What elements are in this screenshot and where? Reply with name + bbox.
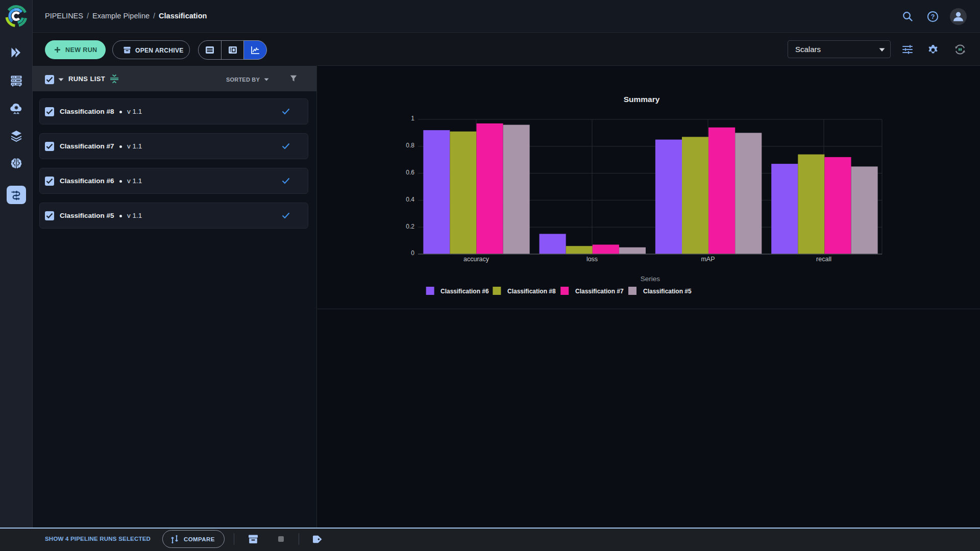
- svg-text:1: 1: [411, 115, 414, 122]
- svg-text:Classification #5: Classification #5: [643, 288, 692, 295]
- svg-text:Classification #6: Classification #6: [440, 288, 489, 295]
- svg-text:?: ?: [931, 13, 935, 20]
- svg-text:Summary: Summary: [624, 95, 660, 104]
- svg-text:mAP: mAP: [701, 256, 715, 263]
- svg-text:accuracy: accuracy: [463, 256, 489, 263]
- svg-text:0.6: 0.6: [406, 169, 414, 176]
- svg-text:Classification #7: Classification #7: [575, 288, 624, 295]
- svg-text:Classification #8: Classification #8: [507, 288, 556, 295]
- svg-text:0.2: 0.2: [406, 223, 414, 230]
- svg-text:0.8: 0.8: [406, 142, 414, 149]
- svg-text:0: 0: [411, 249, 414, 257]
- svg-text:loss: loss: [586, 256, 598, 263]
- svg-text:Series: Series: [641, 275, 660, 283]
- svg-text:0.4: 0.4: [406, 196, 414, 203]
- svg-text:recall: recall: [816, 256, 831, 263]
